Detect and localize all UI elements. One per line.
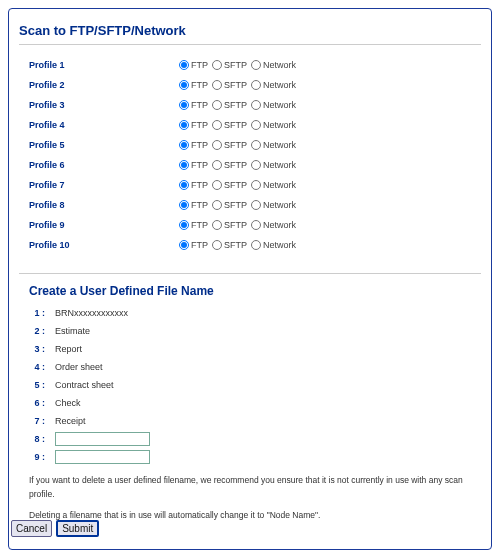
radio-network-input[interactable]	[251, 240, 261, 250]
profile-row: Profile 4FTPSFTPNetwork	[29, 115, 481, 135]
filename-value: Receipt	[49, 416, 86, 426]
radio-sftp-input[interactable]	[212, 200, 222, 210]
profile-label: Profile 4	[29, 120, 179, 130]
submit-button[interactable]: Submit	[56, 520, 99, 537]
radio-network[interactable]: Network	[251, 120, 296, 130]
radio-sftp-label: SFTP	[224, 80, 247, 90]
radio-network[interactable]: Network	[251, 240, 296, 250]
radio-sftp[interactable]: SFTP	[212, 100, 247, 110]
radio-sftp[interactable]: SFTP	[212, 140, 247, 150]
filename-value: Report	[49, 344, 82, 354]
radio-sftp-label: SFTP	[224, 200, 247, 210]
profile-label: Profile 8	[29, 200, 179, 210]
radio-ftp-input[interactable]	[179, 220, 189, 230]
radio-network[interactable]: Network	[251, 180, 296, 190]
radio-group: FTPSFTPNetwork	[179, 120, 296, 130]
radio-sftp-input[interactable]	[212, 180, 222, 190]
radio-sftp-input[interactable]	[212, 140, 222, 150]
radio-ftp-label: FTP	[191, 160, 208, 170]
filename-number: 2	[29, 326, 49, 336]
radio-network-input[interactable]	[251, 140, 261, 150]
radio-network-label: Network	[263, 220, 296, 230]
radio-ftp[interactable]: FTP	[179, 180, 208, 190]
radio-sftp-input[interactable]	[212, 100, 222, 110]
filename-row: 2Estimate	[29, 322, 481, 340]
radio-sftp[interactable]: SFTP	[212, 80, 247, 90]
radio-network-input[interactable]	[251, 80, 261, 90]
radio-ftp[interactable]: FTP	[179, 200, 208, 210]
profile-label: Profile 9	[29, 220, 179, 230]
radio-network-input[interactable]	[251, 160, 261, 170]
filename-row: 6Check	[29, 394, 481, 412]
radio-sftp-label: SFTP	[224, 60, 247, 70]
radio-sftp-label: SFTP	[224, 100, 247, 110]
radio-ftp-label: FTP	[191, 60, 208, 70]
section-title-filenames: Create a User Defined File Name	[29, 284, 481, 298]
radio-network[interactable]: Network	[251, 160, 296, 170]
radio-ftp-input[interactable]	[179, 100, 189, 110]
radio-ftp[interactable]: FTP	[179, 120, 208, 130]
radio-network-input[interactable]	[251, 120, 261, 130]
radio-ftp-input[interactable]	[179, 60, 189, 70]
radio-ftp-input[interactable]	[179, 160, 189, 170]
radio-network-input[interactable]	[251, 60, 261, 70]
radio-ftp-input[interactable]	[179, 120, 189, 130]
filename-input[interactable]	[55, 450, 150, 464]
filename-number: 6	[29, 398, 49, 408]
radio-sftp[interactable]: SFTP	[212, 180, 247, 190]
profile-list: Profile 1FTPSFTPNetworkProfile 2FTPSFTPN…	[29, 55, 481, 255]
radio-sftp-label: SFTP	[224, 160, 247, 170]
radio-network[interactable]: Network	[251, 60, 296, 70]
radio-network[interactable]: Network	[251, 200, 296, 210]
radio-ftp-input[interactable]	[179, 140, 189, 150]
profile-row: Profile 5FTPSFTPNetwork	[29, 135, 481, 155]
radio-network[interactable]: Network	[251, 140, 296, 150]
profile-row: Profile 8FTPSFTPNetwork	[29, 195, 481, 215]
radio-ftp[interactable]: FTP	[179, 80, 208, 90]
radio-sftp-input[interactable]	[212, 240, 222, 250]
radio-network-input[interactable]	[251, 200, 261, 210]
radio-ftp-input[interactable]	[179, 240, 189, 250]
radio-network-input[interactable]	[251, 100, 261, 110]
filename-number: 8	[29, 434, 49, 444]
radio-ftp[interactable]: FTP	[179, 160, 208, 170]
radio-sftp[interactable]: SFTP	[212, 240, 247, 250]
radio-ftp[interactable]: FTP	[179, 240, 208, 250]
radio-sftp[interactable]: SFTP	[212, 120, 247, 130]
radio-ftp-label: FTP	[191, 100, 208, 110]
filename-value: Estimate	[49, 326, 90, 336]
radio-ftp[interactable]: FTP	[179, 60, 208, 70]
filename-input[interactable]	[55, 432, 150, 446]
radio-ftp-input[interactable]	[179, 180, 189, 190]
radio-ftp[interactable]: FTP	[179, 220, 208, 230]
radio-network-input[interactable]	[251, 180, 261, 190]
radio-network-input[interactable]	[251, 220, 261, 230]
radio-ftp[interactable]: FTP	[179, 140, 208, 150]
radio-sftp[interactable]: SFTP	[212, 220, 247, 230]
radio-ftp-label: FTP	[191, 200, 208, 210]
radio-sftp-input[interactable]	[212, 60, 222, 70]
radio-network[interactable]: Network	[251, 100, 296, 110]
radio-network[interactable]: Network	[251, 80, 296, 90]
radio-sftp-label: SFTP	[224, 140, 247, 150]
radio-sftp-input[interactable]	[212, 80, 222, 90]
radio-sftp-label: SFTP	[224, 180, 247, 190]
radio-sftp[interactable]: SFTP	[212, 160, 247, 170]
radio-ftp-input[interactable]	[179, 80, 189, 90]
radio-network[interactable]: Network	[251, 220, 296, 230]
hint-text-1: If you want to delete a user defined fil…	[29, 474, 481, 501]
radio-sftp[interactable]: SFTP	[212, 60, 247, 70]
radio-sftp-input[interactable]	[212, 160, 222, 170]
radio-sftp-input[interactable]	[212, 220, 222, 230]
radio-ftp-input[interactable]	[179, 200, 189, 210]
filename-row: 1BRNxxxxxxxxxxxx	[29, 304, 481, 322]
radio-group: FTPSFTPNetwork	[179, 220, 296, 230]
radio-sftp[interactable]: SFTP	[212, 200, 247, 210]
radio-sftp-input[interactable]	[212, 120, 222, 130]
radio-ftp[interactable]: FTP	[179, 100, 208, 110]
cancel-button[interactable]: Cancel	[11, 520, 52, 537]
radio-network-label: Network	[263, 60, 296, 70]
radio-group: FTPSFTPNetwork	[179, 140, 296, 150]
radio-sftp-label: SFTP	[224, 120, 247, 130]
page-title: Scan to FTP/SFTP/Network	[19, 23, 481, 38]
